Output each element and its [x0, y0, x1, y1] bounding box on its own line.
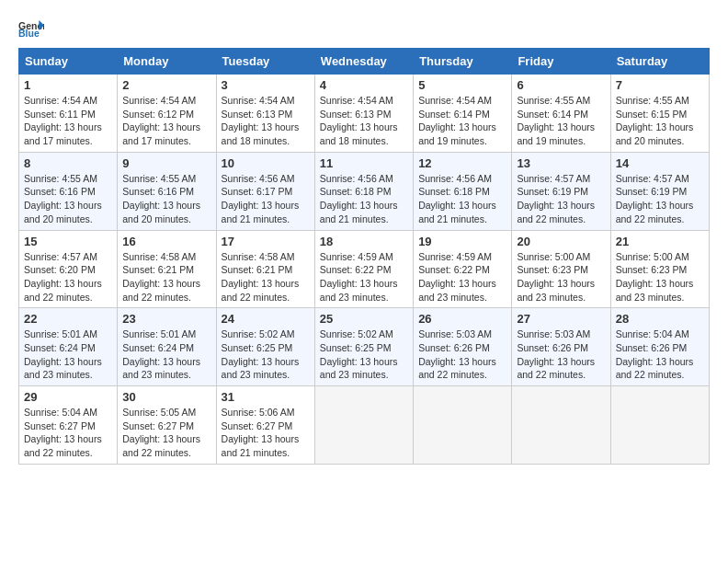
weekday-header: Tuesday: [216, 49, 314, 75]
svg-text:Blue: Blue: [18, 28, 40, 39]
day-info: Sunrise: 4:57 AMSunset: 6:20 PMDaylight:…: [24, 250, 112, 304]
calendar-day-cell: 31Sunrise: 5:06 AMSunset: 6:27 PMDayligh…: [216, 386, 314, 465]
day-number: 26: [418, 312, 506, 326]
day-number: 6: [517, 78, 605, 92]
day-info: Sunrise: 4:58 AMSunset: 6:21 PMDaylight:…: [122, 250, 210, 304]
day-info: Sunrise: 4:55 AMSunset: 6:15 PMDaylight:…: [616, 94, 704, 148]
calendar-table: SundayMondayTuesdayWednesdayThursdayFrid…: [18, 48, 710, 465]
day-info: Sunrise: 5:03 AMSunset: 6:26 PMDaylight:…: [418, 327, 506, 382]
calendar-day-cell: 30Sunrise: 5:05 AMSunset: 6:27 PMDayligh…: [118, 386, 216, 465]
day-number: 7: [616, 78, 704, 92]
day-number: 1: [24, 78, 112, 92]
day-number: 2: [122, 78, 210, 92]
calendar-day-cell: 28Sunrise: 5:04 AMSunset: 6:26 PMDayligh…: [610, 308, 709, 386]
calendar-week-row: 8Sunrise: 4:55 AMSunset: 6:16 PMDaylight…: [19, 152, 710, 230]
calendar-day-cell: 24Sunrise: 5:02 AMSunset: 6:25 PMDayligh…: [216, 308, 314, 386]
day-info: Sunrise: 5:03 AMSunset: 6:26 PMDaylight:…: [517, 327, 605, 382]
day-info: Sunrise: 5:05 AMSunset: 6:27 PMDaylight:…: [122, 406, 210, 460]
calendar-day-cell: 4Sunrise: 4:54 AMSunset: 6:13 PMDaylight…: [314, 75, 413, 153]
day-info: Sunrise: 5:02 AMSunset: 6:25 PMDaylight:…: [320, 327, 408, 382]
calendar-day-cell: [512, 386, 610, 465]
calendar-day-cell: 27Sunrise: 5:03 AMSunset: 6:26 PMDayligh…: [512, 308, 610, 386]
day-info: Sunrise: 4:54 AMSunset: 6:14 PMDaylight:…: [418, 94, 506, 148]
weekday-header: Saturday: [610, 49, 709, 75]
day-info: Sunrise: 4:56 AMSunset: 6:18 PMDaylight:…: [320, 172, 408, 226]
weekday-header: Sunday: [19, 49, 118, 75]
calendar-week-row: 15Sunrise: 4:57 AMSunset: 6:20 PMDayligh…: [19, 230, 710, 308]
day-number: 5: [418, 78, 506, 92]
day-number: 21: [616, 235, 704, 248]
day-info: Sunrise: 5:02 AMSunset: 6:25 PMDaylight:…: [222, 327, 310, 382]
calendar-day-cell: 17Sunrise: 4:58 AMSunset: 6:21 PMDayligh…: [216, 230, 314, 308]
day-number: 17: [222, 235, 310, 248]
calendar-day-cell: 9Sunrise: 4:55 AMSunset: 6:16 PMDaylight…: [118, 152, 216, 230]
calendar-week-row: 22Sunrise: 5:01 AMSunset: 6:24 PMDayligh…: [19, 308, 710, 386]
weekday-header: Wednesday: [314, 49, 413, 75]
header-row: SundayMondayTuesdayWednesdayThursdayFrid…: [19, 49, 710, 75]
weekday-header: Friday: [512, 49, 610, 75]
day-info: Sunrise: 4:59 AMSunset: 6:22 PMDaylight:…: [418, 250, 506, 304]
day-info: Sunrise: 4:55 AMSunset: 6:14 PMDaylight:…: [517, 94, 605, 148]
day-number: 12: [418, 156, 506, 170]
day-info: Sunrise: 5:04 AMSunset: 6:26 PMDaylight:…: [616, 327, 704, 382]
day-number: 29: [24, 390, 112, 404]
day-number: 14: [616, 156, 704, 170]
day-info: Sunrise: 4:55 AMSunset: 6:16 PMDaylight:…: [24, 172, 112, 226]
calendar-day-cell: 3Sunrise: 4:54 AMSunset: 6:13 PMDaylight…: [216, 75, 314, 153]
day-number: 19: [418, 235, 506, 248]
calendar-day-cell: 6Sunrise: 4:55 AMSunset: 6:14 PMDaylight…: [512, 75, 610, 153]
day-number: 27: [517, 312, 605, 326]
calendar-day-cell: 23Sunrise: 5:01 AMSunset: 6:24 PMDayligh…: [118, 308, 216, 386]
day-info: Sunrise: 5:00 AMSunset: 6:23 PMDaylight:…: [616, 250, 704, 304]
day-info: Sunrise: 4:57 AMSunset: 6:19 PMDaylight:…: [517, 172, 605, 226]
weekday-header: Monday: [118, 49, 216, 75]
day-number: 24: [222, 312, 310, 326]
day-info: Sunrise: 4:59 AMSunset: 6:22 PMDaylight:…: [320, 250, 408, 304]
calendar-day-cell: 11Sunrise: 4:56 AMSunset: 6:18 PMDayligh…: [314, 152, 413, 230]
calendar-day-cell: 1Sunrise: 4:54 AMSunset: 6:11 PMDaylight…: [19, 75, 118, 153]
calendar-week-row: 1Sunrise: 4:54 AMSunset: 6:11 PMDaylight…: [19, 75, 710, 153]
day-number: 4: [320, 78, 408, 92]
day-number: 8: [24, 156, 112, 170]
logo-icon: General Blue: [18, 18, 44, 39]
day-number: 28: [616, 312, 704, 326]
day-number: 16: [122, 235, 210, 248]
calendar-day-cell: 16Sunrise: 4:58 AMSunset: 6:21 PMDayligh…: [118, 230, 216, 308]
day-info: Sunrise: 5:01 AMSunset: 6:24 PMDaylight:…: [122, 327, 210, 382]
calendar-day-cell: 21Sunrise: 5:00 AMSunset: 6:23 PMDayligh…: [610, 230, 709, 308]
day-info: Sunrise: 4:56 AMSunset: 6:18 PMDaylight:…: [418, 172, 506, 226]
day-info: Sunrise: 4:56 AMSunset: 6:17 PMDaylight:…: [222, 172, 310, 226]
day-number: 23: [122, 312, 210, 326]
day-info: Sunrise: 4:57 AMSunset: 6:19 PMDaylight:…: [616, 172, 704, 226]
day-info: Sunrise: 4:54 AMSunset: 6:12 PMDaylight:…: [122, 94, 210, 148]
calendar-day-cell: 7Sunrise: 4:55 AMSunset: 6:15 PMDaylight…: [610, 75, 709, 153]
calendar-day-cell: 29Sunrise: 5:04 AMSunset: 6:27 PMDayligh…: [19, 386, 118, 465]
calendar-week-row: 29Sunrise: 5:04 AMSunset: 6:27 PMDayligh…: [19, 386, 710, 465]
calendar-day-cell: 14Sunrise: 4:57 AMSunset: 6:19 PMDayligh…: [610, 152, 709, 230]
day-info: Sunrise: 5:06 AMSunset: 6:27 PMDaylight:…: [222, 406, 310, 460]
calendar-day-cell: 20Sunrise: 5:00 AMSunset: 6:23 PMDayligh…: [512, 230, 610, 308]
day-number: 9: [122, 156, 210, 170]
day-info: Sunrise: 5:04 AMSunset: 6:27 PMDaylight:…: [24, 406, 112, 460]
calendar-day-cell: 18Sunrise: 4:59 AMSunset: 6:22 PMDayligh…: [314, 230, 413, 308]
calendar-day-cell: 8Sunrise: 4:55 AMSunset: 6:16 PMDaylight…: [19, 152, 118, 230]
calendar-day-cell: 25Sunrise: 5:02 AMSunset: 6:25 PMDayligh…: [314, 308, 413, 386]
calendar-day-cell: 5Sunrise: 4:54 AMSunset: 6:14 PMDaylight…: [414, 75, 512, 153]
day-info: Sunrise: 4:54 AMSunset: 6:13 PMDaylight:…: [320, 94, 408, 148]
day-number: 3: [222, 78, 310, 92]
day-number: 20: [517, 235, 605, 248]
calendar-day-cell: [314, 386, 413, 465]
day-number: 31: [222, 390, 310, 404]
day-number: 11: [320, 156, 408, 170]
calendar-day-cell: 22Sunrise: 5:01 AMSunset: 6:24 PMDayligh…: [19, 308, 118, 386]
day-info: Sunrise: 5:00 AMSunset: 6:23 PMDaylight:…: [517, 250, 605, 304]
day-info: Sunrise: 5:01 AMSunset: 6:24 PMDaylight:…: [24, 327, 112, 382]
day-number: 25: [320, 312, 408, 326]
day-number: 13: [517, 156, 605, 170]
calendar-day-cell: 13Sunrise: 4:57 AMSunset: 6:19 PMDayligh…: [512, 152, 610, 230]
day-number: 22: [24, 312, 112, 326]
weekday-header: Thursday: [414, 49, 512, 75]
calendar-day-cell: 19Sunrise: 4:59 AMSunset: 6:22 PMDayligh…: [414, 230, 512, 308]
calendar-day-cell: 26Sunrise: 5:03 AMSunset: 6:26 PMDayligh…: [414, 308, 512, 386]
day-info: Sunrise: 4:55 AMSunset: 6:16 PMDaylight:…: [122, 172, 210, 226]
